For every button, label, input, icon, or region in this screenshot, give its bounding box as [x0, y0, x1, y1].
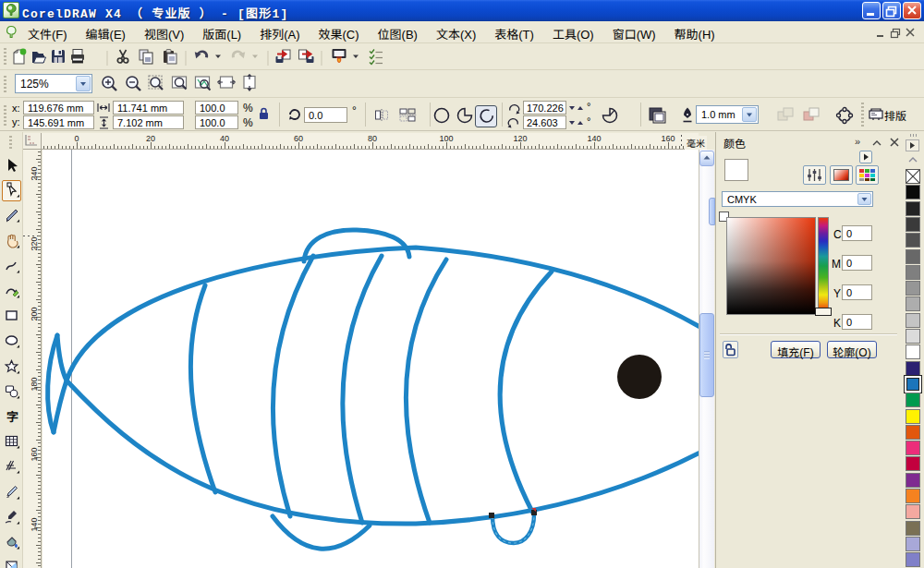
svg-text:字: 字 — [6, 408, 18, 424]
